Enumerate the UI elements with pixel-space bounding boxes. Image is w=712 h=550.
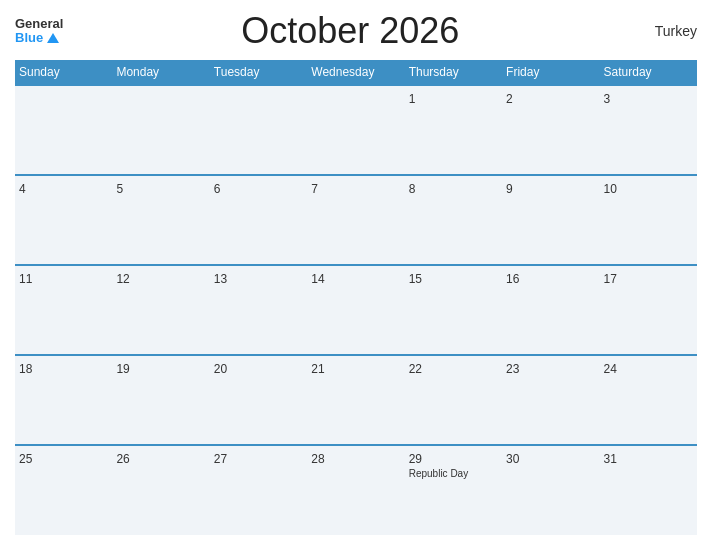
day-number-26: 26: [116, 452, 205, 466]
day-cell-w5-d5: 29Republic Day: [405, 445, 502, 535]
week-row-4: 18192021222324: [15, 355, 697, 445]
day-cell-w3-d7: 17: [600, 265, 697, 355]
day-number-13: 13: [214, 272, 303, 286]
day-number-4: 4: [19, 182, 108, 196]
day-cell-w2-d2: 5: [112, 175, 209, 265]
day-cell-w3-d1: 11: [15, 265, 112, 355]
country-label: Turkey: [637, 23, 697, 39]
day-cell-w3-d5: 15: [405, 265, 502, 355]
day-number-5: 5: [116, 182, 205, 196]
day-number-27: 27: [214, 452, 303, 466]
day-cell-w5-d7: 31: [600, 445, 697, 535]
day-cell-w2-d6: 9: [502, 175, 599, 265]
week-row-1: 123: [15, 85, 697, 175]
event-label-29: Republic Day: [409, 468, 498, 479]
day-cell-w3-d3: 13: [210, 265, 307, 355]
day-cell-w3-d2: 12: [112, 265, 209, 355]
day-number-15: 15: [409, 272, 498, 286]
day-cell-w3-d6: 16: [502, 265, 599, 355]
day-number-23: 23: [506, 362, 595, 376]
day-cell-w1-d3: [210, 85, 307, 175]
day-number-9: 9: [506, 182, 595, 196]
day-cell-w3-d4: 14: [307, 265, 404, 355]
calendar-table: Sunday Monday Tuesday Wednesday Thursday…: [15, 60, 697, 535]
day-cell-w1-d6: 2: [502, 85, 599, 175]
day-cell-w4-d6: 23: [502, 355, 599, 445]
day-cell-w5-d6: 30: [502, 445, 599, 535]
day-number-10: 10: [604, 182, 693, 196]
day-number-11: 11: [19, 272, 108, 286]
day-cell-w5-d4: 28: [307, 445, 404, 535]
day-number-14: 14: [311, 272, 400, 286]
day-number-18: 18: [19, 362, 108, 376]
day-number-16: 16: [506, 272, 595, 286]
logo: General Blue: [15, 17, 63, 46]
day-cell-w1-d1: [15, 85, 112, 175]
day-cell-w1-d4: [307, 85, 404, 175]
day-cell-w4-d1: 18: [15, 355, 112, 445]
logo-triangle-icon: [47, 33, 59, 43]
day-number-7: 7: [311, 182, 400, 196]
logo-blue: Blue: [15, 31, 43, 45]
day-number-30: 30: [506, 452, 595, 466]
header-thursday: Thursday: [405, 60, 502, 85]
day-number-3: 3: [604, 92, 693, 106]
header-saturday: Saturday: [600, 60, 697, 85]
day-cell-w5-d3: 27: [210, 445, 307, 535]
day-number-17: 17: [604, 272, 693, 286]
day-cell-w2-d4: 7: [307, 175, 404, 265]
day-number-21: 21: [311, 362, 400, 376]
day-cell-w1-d7: 3: [600, 85, 697, 175]
day-number-6: 6: [214, 182, 303, 196]
day-number-29: 29: [409, 452, 498, 466]
day-number-1: 1: [409, 92, 498, 106]
day-number-19: 19: [116, 362, 205, 376]
day-cell-w2-d7: 10: [600, 175, 697, 265]
day-cell-w5-d2: 26: [112, 445, 209, 535]
day-cell-w4-d3: 20: [210, 355, 307, 445]
day-number-2: 2: [506, 92, 595, 106]
day-cell-w2-d5: 8: [405, 175, 502, 265]
week-row-2: 45678910: [15, 175, 697, 265]
header-monday: Monday: [112, 60, 209, 85]
day-number-22: 22: [409, 362, 498, 376]
day-number-31: 31: [604, 452, 693, 466]
day-cell-w4-d2: 19: [112, 355, 209, 445]
week-row-5: 2526272829Republic Day3031: [15, 445, 697, 535]
weekday-header-row: Sunday Monday Tuesday Wednesday Thursday…: [15, 60, 697, 85]
day-number-12: 12: [116, 272, 205, 286]
week-row-3: 11121314151617: [15, 265, 697, 355]
day-number-8: 8: [409, 182, 498, 196]
day-cell-w4-d7: 24: [600, 355, 697, 445]
header-tuesday: Tuesday: [210, 60, 307, 85]
day-cell-w5-d1: 25: [15, 445, 112, 535]
day-cell-w4-d5: 22: [405, 355, 502, 445]
day-cell-w1-d5: 1: [405, 85, 502, 175]
month-title: October 2026: [63, 10, 637, 52]
day-cell-w2-d3: 6: [210, 175, 307, 265]
logo-general: General: [15, 17, 63, 31]
day-cell-w2-d1: 4: [15, 175, 112, 265]
day-cell-w4-d4: 21: [307, 355, 404, 445]
day-cell-w1-d2: [112, 85, 209, 175]
day-number-24: 24: [604, 362, 693, 376]
header-wednesday: Wednesday: [307, 60, 404, 85]
calendar-container: General Blue October 2026 Turkey Sunday …: [0, 0, 712, 550]
header-sunday: Sunday: [15, 60, 112, 85]
header-friday: Friday: [502, 60, 599, 85]
day-number-20: 20: [214, 362, 303, 376]
day-number-28: 28: [311, 452, 400, 466]
day-number-25: 25: [19, 452, 108, 466]
calendar-header: General Blue October 2026 Turkey: [15, 10, 697, 52]
